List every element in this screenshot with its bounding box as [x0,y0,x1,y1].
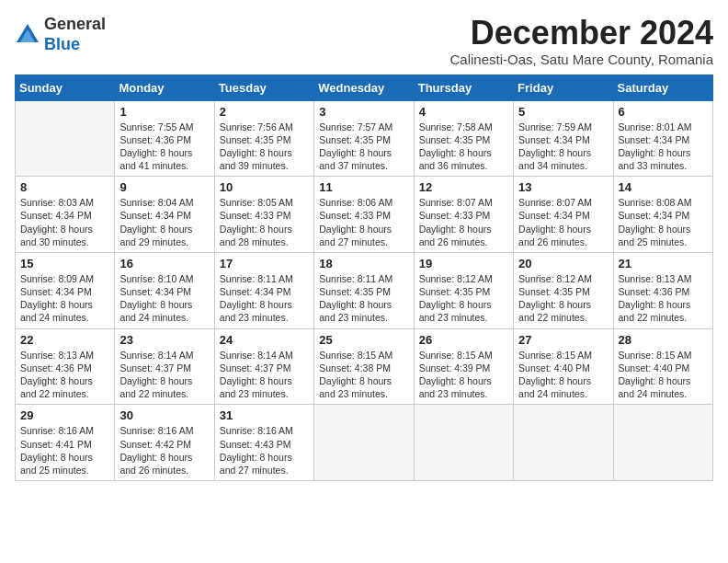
calendar-table: Sunday Monday Tuesday Wednesday Thursday… [15,75,713,481]
table-row: 22 Sunrise: 8:13 AMSunset: 4:36 PMDaylig… [16,328,115,405]
table-row: 9 Sunrise: 8:04 AMSunset: 4:34 PMDayligh… [115,177,214,253]
day-detail: Sunrise: 7:55 AMSunset: 4:36 PMDaylight:… [119,121,209,173]
table-row: 5 Sunrise: 7:59 AMSunset: 4:34 PMDayligh… [514,100,613,177]
day-detail: Sunrise: 8:04 AMSunset: 4:34 PMDaylight:… [119,196,209,248]
table-row: 15 Sunrise: 8:09 AMSunset: 4:34 PMDaylig… [16,252,115,328]
day-number: 1 [119,105,209,119]
day-detail: Sunrise: 8:10 AMSunset: 4:34 PMDaylight:… [119,272,209,325]
day-number: 23 [119,333,209,347]
day-detail: Sunrise: 8:11 AMSunset: 4:35 PMDaylight:… [319,272,408,325]
day-detail: Sunrise: 8:14 AMSunset: 4:37 PMDaylight:… [119,349,209,401]
day-number: 27 [518,333,608,347]
day-detail: Sunrise: 8:15 AMSunset: 4:38 PMDaylight:… [319,349,408,401]
table-row: 17 Sunrise: 8:11 AMSunset: 4:34 PMDaylig… [214,252,313,328]
day-detail: Sunrise: 8:01 AMSunset: 4:34 PMDaylight:… [619,121,708,173]
day-detail: Sunrise: 8:07 AMSunset: 4:34 PMDaylight:… [518,196,608,248]
day-number: 31 [220,408,309,422]
table-row: 30 Sunrise: 8:16 AMSunset: 4:42 PMDaylig… [115,405,214,481]
day-detail: Sunrise: 8:14 AMSunset: 4:37 PMDaylight:… [220,349,309,401]
title-block: December 2024 Calinesti-Oas, Satu Mare C… [449,15,713,67]
day-detail: Sunrise: 8:12 AMSunset: 4:35 PMDaylight:… [518,272,608,325]
day-number: 10 [220,180,309,194]
table-row: 28 Sunrise: 8:15 AMSunset: 4:40 PMDaylig… [613,328,712,405]
day-number: 11 [319,180,408,194]
col-thursday: Thursday [414,75,513,100]
month-title: December 2024 [449,15,713,52]
day-number: 28 [619,333,708,347]
table-row: 12 Sunrise: 8:07 AMSunset: 4:33 PMDaylig… [414,177,513,253]
day-number: 29 [20,408,109,422]
calendar-week-row: 29 Sunrise: 8:16 AMSunset: 4:41 PMDaylig… [16,405,713,481]
day-number: 15 [20,257,109,270]
table-row: 11 Sunrise: 8:06 AMSunset: 4:33 PMDaylig… [314,177,414,253]
calendar-week-row: 22 Sunrise: 8:13 AMSunset: 4:36 PMDaylig… [16,328,713,405]
table-row: 19 Sunrise: 8:12 AMSunset: 4:35 PMDaylig… [414,252,513,328]
table-row: 25 Sunrise: 8:15 AMSunset: 4:38 PMDaylig… [314,328,414,405]
day-number: 18 [319,257,408,270]
table-row: 26 Sunrise: 8:15 AMSunset: 4:39 PMDaylig… [414,328,513,405]
col-friday: Friday [514,75,613,100]
day-detail: Sunrise: 8:05 AMSunset: 4:33 PMDaylight:… [220,196,309,248]
table-row: 2 Sunrise: 7:56 AMSunset: 4:35 PMDayligh… [214,100,313,177]
calendar-header-row: Sunday Monday Tuesday Wednesday Thursday… [16,75,713,100]
day-detail: Sunrise: 8:07 AMSunset: 4:33 PMDaylight:… [419,196,508,248]
day-number: 30 [119,408,209,422]
day-detail: Sunrise: 8:12 AMSunset: 4:35 PMDaylight:… [419,272,508,325]
table-row: 13 Sunrise: 8:07 AMSunset: 4:34 PMDaylig… [514,177,613,253]
table-row: 1 Sunrise: 7:55 AMSunset: 4:36 PMDayligh… [115,100,214,177]
day-number: 8 [20,180,109,194]
day-number: 24 [220,333,309,347]
day-detail: Sunrise: 8:08 AMSunset: 4:34 PMDaylight:… [619,196,708,248]
logo: General Blue [15,15,106,54]
page-header: General Blue December 2024 Calinesti-Oas… [15,15,713,67]
table-row: 29 Sunrise: 8:16 AMSunset: 4:41 PMDaylig… [16,405,115,481]
day-number: 3 [319,105,408,119]
table-row: 4 Sunrise: 7:58 AMSunset: 4:35 PMDayligh… [414,100,513,177]
col-saturday: Saturday [613,75,712,100]
day-detail: Sunrise: 8:13 AMSunset: 4:36 PMDaylight:… [20,349,109,401]
location-subtitle: Calinesti-Oas, Satu Mare County, Romania [449,52,713,67]
table-row: 24 Sunrise: 8:14 AMSunset: 4:37 PMDaylig… [214,328,313,405]
table-row: 31 Sunrise: 8:16 AMSunset: 4:43 PMDaylig… [214,405,313,481]
day-number: 22 [20,333,109,347]
table-row [414,405,513,481]
table-row: 27 Sunrise: 8:15 AMSunset: 4:40 PMDaylig… [514,328,613,405]
day-number: 26 [419,333,508,347]
col-wednesday: Wednesday [314,75,414,100]
day-number: 20 [518,257,608,270]
day-number: 4 [419,105,508,119]
day-number: 5 [518,105,608,119]
day-detail: Sunrise: 8:11 AMSunset: 4:34 PMDaylight:… [220,272,309,325]
day-number: 14 [619,180,708,194]
table-row: 10 Sunrise: 8:05 AMSunset: 4:33 PMDaylig… [214,177,313,253]
day-detail: Sunrise: 7:58 AMSunset: 4:35 PMDaylight:… [419,121,508,173]
day-number: 12 [419,180,508,194]
day-number: 25 [319,333,408,347]
table-row: 3 Sunrise: 7:57 AMSunset: 4:35 PMDayligh… [314,100,414,177]
calendar-week-row: 1 Sunrise: 7:55 AMSunset: 4:36 PMDayligh… [16,100,713,177]
day-detail: Sunrise: 8:09 AMSunset: 4:34 PMDaylight:… [20,272,109,325]
day-number: 13 [518,180,608,194]
calendar-week-row: 15 Sunrise: 8:09 AMSunset: 4:34 PMDaylig… [16,252,713,328]
day-detail: Sunrise: 7:56 AMSunset: 4:35 PMDaylight:… [220,121,309,173]
table-row [514,405,613,481]
col-monday: Monday [115,75,214,100]
day-detail: Sunrise: 7:59 AMSunset: 4:34 PMDaylight:… [518,121,608,173]
col-tuesday: Tuesday [214,75,313,100]
col-sunday: Sunday [16,75,115,100]
table-row: 21 Sunrise: 8:13 AMSunset: 4:36 PMDaylig… [613,252,712,328]
table-row [16,100,115,177]
table-row [613,405,712,481]
table-row: 6 Sunrise: 8:01 AMSunset: 4:34 PMDayligh… [613,100,712,177]
table-row [314,405,414,481]
day-detail: Sunrise: 8:15 AMSunset: 4:40 PMDaylight:… [518,349,608,401]
day-detail: Sunrise: 8:16 AMSunset: 4:42 PMDaylight:… [119,424,209,477]
day-number: 19 [419,257,508,270]
table-row: 18 Sunrise: 8:11 AMSunset: 4:35 PMDaylig… [314,252,414,328]
logo-icon [15,22,40,48]
table-row: 8 Sunrise: 8:03 AMSunset: 4:34 PMDayligh… [16,177,115,253]
day-detail: Sunrise: 8:03 AMSunset: 4:34 PMDaylight:… [20,196,109,248]
table-row: 20 Sunrise: 8:12 AMSunset: 4:35 PMDaylig… [514,252,613,328]
day-detail: Sunrise: 7:57 AMSunset: 4:35 PMDaylight:… [319,121,408,173]
day-detail: Sunrise: 8:13 AMSunset: 4:36 PMDaylight:… [619,272,708,325]
